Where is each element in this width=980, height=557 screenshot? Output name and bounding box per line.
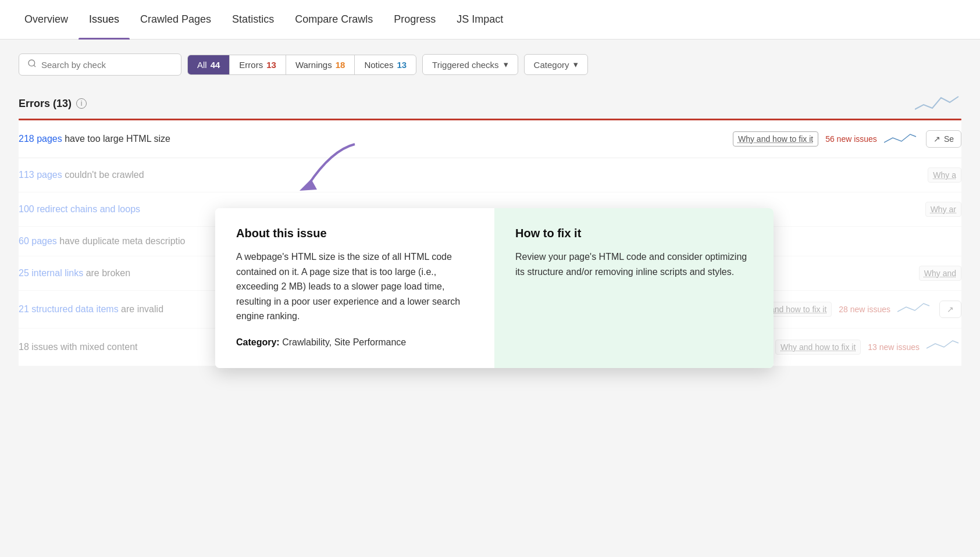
tab-errors[interactable]: Errors 13 [230, 55, 286, 74]
issue-row: 218 pages have too large HTML size Why a… [19, 120, 961, 158]
issue-row: 113 pages couldn't be crawled Why a [19, 158, 961, 192]
new-issues-count-0: 56 new issues [825, 134, 877, 144]
why-how-link-0[interactable]: Why and how to fix it [733, 131, 818, 147]
issue-popup: About this issue A webpage's HTML size i… [215, 208, 774, 368]
share-icon-5: ↗ [947, 305, 954, 314]
category-dropdown[interactable]: Category ▾ [524, 54, 589, 75]
nav-crawled-pages[interactable]: Crawled Pages [130, 0, 222, 40]
issue-link[interactable]: 60 pages [19, 236, 57, 246]
issue-text: 113 pages couldn't be crawled [19, 170, 921, 180]
issue-description: are invalid [121, 304, 163, 314]
errors-chart-thumbnail [915, 92, 961, 115]
why-how-link-6[interactable]: Why and how to fix it [775, 340, 861, 355]
tab-all-count: 44 [211, 60, 220, 70]
row-chart-0 [884, 130, 919, 148]
errors-section-header: Errors (13) i [19, 92, 961, 115]
filter-tabs: All 44 Errors 13 Warnings 18 Notices 13 [187, 55, 416, 75]
popup-fix-title: How to fix it [515, 227, 753, 240]
see-label-0: Se [944, 134, 954, 144]
issue-description: are broken [86, 268, 131, 278]
popup-category-label: Category: [236, 337, 280, 347]
triggered-checks-dropdown[interactable]: Triggered checks ▾ [422, 54, 518, 75]
new-issues-count-6: 13 new issues [868, 342, 920, 352]
tab-errors-label: Errors [239, 60, 263, 70]
issue-description: have too large HTML size [65, 134, 170, 144]
why-how-link-1[interactable]: Why a [928, 167, 961, 183]
tab-warnings-count: 18 [336, 60, 345, 70]
main-content: All 44 Errors 13 Warnings 18 Notices 13 … [0, 40, 980, 557]
chevron-down-icon-2: ▾ [573, 59, 578, 70]
nav-bar: Overview Issues Crawled Pages Statistics… [0, 0, 980, 40]
triggered-checks-label: Triggered checks [432, 60, 499, 70]
tab-notices-label: Notices [364, 60, 393, 70]
svg-point-0 [28, 60, 35, 66]
nav-compare-crawls[interactable]: Compare Crawls [284, 0, 383, 40]
issue-link[interactable]: 218 pages [19, 134, 62, 144]
search-input[interactable] [41, 60, 173, 70]
nav-statistics[interactable]: Statistics [222, 0, 284, 40]
why-how-link-4[interactable]: Why and [919, 266, 961, 281]
popup-category: Category: Crawlability, Site Performance [236, 335, 473, 349]
popup-about-title: About this issue [236, 227, 473, 240]
popup-left-panel: About this issue A webpage's HTML size i… [215, 208, 494, 368]
issue-description: have duplicate meta descriptio [59, 236, 185, 246]
info-icon[interactable]: i [76, 98, 87, 109]
nav-progress[interactable]: Progress [383, 0, 446, 40]
new-issues-count-5: 28 new issues [839, 305, 890, 314]
search-box[interactable] [19, 53, 181, 76]
issue-link[interactable]: 21 structured data items [19, 304, 119, 314]
tab-warnings[interactable]: Warnings 18 [286, 55, 355, 74]
popup-about-body: A webpage's HTML size is the size of all… [236, 249, 473, 324]
issue-description: 18 issues with mixed content [19, 342, 138, 352]
tab-notices-count: 13 [397, 60, 407, 70]
nav-js-impact[interactable]: JS Impact [446, 0, 514, 40]
svg-line-1 [34, 65, 35, 67]
why-how-link-2[interactable]: Why ar [925, 202, 961, 217]
see-button-5[interactable]: ↗ [939, 301, 961, 318]
issue-link[interactable]: 113 pages [19, 170, 62, 180]
tab-warnings-label: Warnings [295, 60, 332, 70]
tab-notices[interactable]: Notices 13 [355, 55, 416, 74]
tab-all[interactable]: All 44 [188, 55, 230, 74]
popup-right-panel: How to fix it Review your page's HTML co… [494, 208, 774, 368]
issue-description: couldn't be crawled [65, 170, 144, 180]
share-icon: ↗ [933, 134, 940, 144]
filter-bar: All 44 Errors 13 Warnings 18 Notices 13 … [19, 53, 961, 76]
see-button-0[interactable]: ↗ Se [926, 130, 961, 148]
errors-title: Errors (13) [19, 98, 72, 110]
tab-errors-count: 13 [266, 60, 276, 70]
popup-category-value-text: Crawlability, Site Performance [282, 337, 406, 347]
tab-all-label: All [197, 60, 207, 70]
search-icon [27, 59, 37, 70]
row-chart-6 [926, 338, 961, 356]
category-label: Category [534, 60, 569, 70]
nav-overview[interactable]: Overview [14, 0, 79, 40]
row-chart-5 [897, 300, 932, 319]
issue-text: 218 pages have too large HTML size [19, 134, 726, 144]
chevron-down-icon: ▾ [504, 59, 508, 70]
issue-link[interactable]: 25 internal links [19, 268, 83, 278]
issue-link[interactable]: 100 redirect chains and loops [19, 204, 140, 214]
popup-fix-body: Review your page's HTML code and conside… [515, 249, 753, 279]
nav-issues[interactable]: Issues [79, 0, 130, 40]
